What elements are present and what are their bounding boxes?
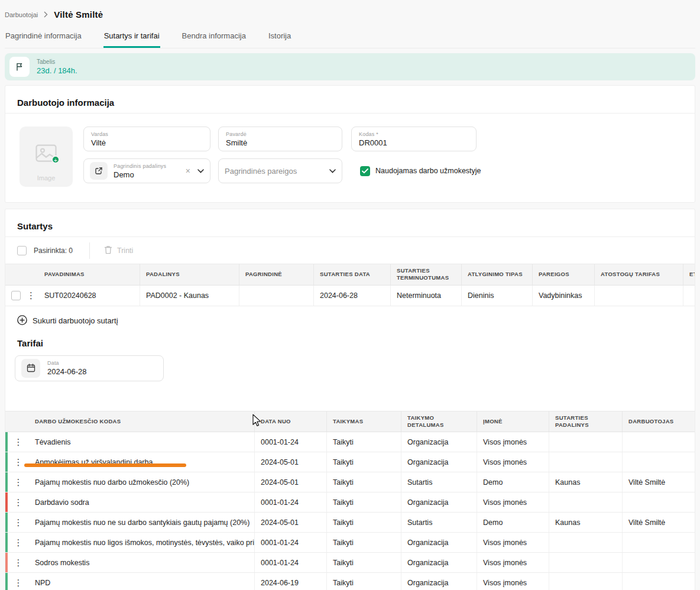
delete-button[interactable]: Trinti [104, 245, 133, 256]
tariff-cell: Taikyti [327, 513, 401, 532]
tariffs-table: DARBO UŽMOKESČIO KODASDATA NUOTAIKYMASTA… [5, 411, 695, 590]
tariff-cell: NPD [29, 573, 255, 590]
create-contract-label: Sukurti darbuotojo sutartį [33, 316, 118, 325]
tariff-row[interactable]: ⋮Pajamų mokestis nuo darbo užmokesčio (2… [5, 472, 695, 492]
tariff-row[interactable]: ⋮NPD2024-06-19TaikytiOrganizacijaVisos į… [5, 573, 695, 590]
clear-icon[interactable]: × [184, 166, 192, 176]
row-menu-icon[interactable]: ⋮ [24, 290, 38, 301]
employee-photo-upload[interactable]: + Image [20, 127, 73, 187]
payroll-checkbox[interactable] [360, 166, 370, 176]
tariff-row-menu: ⋮ [8, 533, 29, 552]
tab-2[interactable]: Sutartys ir tarifai [103, 25, 160, 48]
select-all-checkbox[interactable] [17, 246, 27, 255]
employee-fields-row-1: Vardas Viltė Pavardė Smiltė Kodas * DR00… [83, 127, 481, 151]
employee-fields-row-2: Pagrindinis padalinys Demo × Pagrindinės… [83, 158, 481, 183]
chevron-right-icon [44, 11, 48, 18]
tariff-cell: Organizacija [401, 452, 477, 472]
tariff-row[interactable]: ⋮Apmokėjimas už viršvalandinį darbą2024-… [5, 452, 695, 472]
external-link-icon[interactable] [90, 162, 108, 180]
tariff-row[interactable]: ⋮Pajamų mokestis nuo ne su darbo santyki… [5, 513, 695, 533]
contracts-header-select [5, 264, 38, 285]
tabelis-flag-icon [9, 57, 30, 77]
tariff-row[interactable]: ⋮Tėvadienis0001-01-24TaikytiOrganizacija… [5, 432, 695, 452]
employee-section-title: Darbuotojo informacija [5, 86, 695, 113]
tariff-row[interactable]: ⋮Darbdavio sodra0001-01-24TaikytiOrganiz… [5, 492, 695, 513]
tariff-cell: Sutartis [401, 513, 477, 532]
first-name-field[interactable]: Vardas Viltė [83, 127, 210, 151]
row-menu-icon[interactable]: ⋮ [12, 456, 25, 468]
tariff-date-label: Data [47, 360, 157, 366]
last-name-label: Pavardė [226, 131, 335, 137]
chevron-down-icon[interactable] [329, 169, 336, 173]
contracts-header-col: SUTARTIES DATA [314, 264, 391, 285]
calendar-icon[interactable] [21, 359, 40, 378]
contract-row[interactable]: ⋮SUT020240628PAD0002 - Kaunas2024-06-28N… [5, 286, 695, 306]
tabelis-banner[interactable]: Tabelis 23d. / 184h. [5, 53, 695, 80]
row-menu-icon[interactable]: ⋮ [12, 436, 25, 448]
tariff-cell: Taikyti [327, 533, 401, 552]
main-department-value: Demo [114, 170, 179, 179]
tariff-cell [549, 533, 623, 552]
image-placeholder-label: Image [20, 174, 73, 181]
tariff-cell: Taikyti [327, 492, 401, 512]
row-checkbox[interactable] [11, 291, 21, 300]
tariff-cell: Taikyti [327, 573, 401, 590]
last-name-value: Smiltė [226, 138, 335, 147]
tariff-row-menu: ⋮ [8, 553, 29, 572]
tariffs-header-col: DARBUOTOJAS [623, 411, 695, 432]
contracts-header-col: PADALINYS [140, 264, 239, 285]
tariff-cell: Visos įmonės [477, 573, 549, 590]
selected-count-label: Pasirinkta: 0 [34, 247, 73, 255]
tariff-row[interactable]: ⋮Pajamų mokestis nuo ligos išmokos, moti… [5, 533, 695, 553]
row-menu-icon[interactable]: ⋮ [12, 517, 25, 528]
contracts-card: Sutartys Pasirinkta: 0 Trinti PAVADINIMA… [5, 209, 695, 590]
row-menu-icon[interactable]: ⋮ [12, 557, 25, 568]
row-menu-icon[interactable]: ⋮ [12, 497, 25, 508]
tariffs-header-row: DARBO UŽMOKESČIO KODASDATA NUOTAIKYMASTA… [5, 411, 695, 433]
tariff-cell [623, 452, 695, 472]
chevron-down-icon[interactable] [197, 169, 204, 173]
tariff-cell: Organizacija [401, 432, 477, 452]
tariff-cell: 2024-06-19 [255, 573, 327, 590]
main-department-text: Pagrindinis padalinys Demo [114, 163, 179, 179]
contract-cell: Neterminuota [391, 286, 462, 306]
tariff-cell [623, 553, 695, 572]
trash-icon [104, 245, 112, 256]
breadcrumb-parent-link[interactable]: Darbuotojai [5, 11, 38, 18]
tabelis-text: Tabelis 23d. / 184h. [37, 59, 77, 75]
contracts-body: ⋮SUT020240628PAD0002 - Kaunas2024-06-28N… [5, 286, 695, 306]
divider [89, 242, 90, 259]
tariff-cell: Viltė Smiltė [623, 472, 695, 492]
tariff-row-menu: ⋮ [8, 492, 29, 512]
tariff-cell: Pajamų mokestis nuo darbo užmokesčio (20… [29, 472, 255, 492]
row-menu-icon[interactable]: ⋮ [12, 577, 25, 588]
contracts-header-col: PAGRINDINĖ [239, 264, 314, 285]
main-position-select[interactable]: Pagrindinės pareigos [218, 158, 342, 183]
create-contract-button[interactable]: Sukurti darbuotojo sutartį [5, 306, 130, 332]
tariffs-header-col: ĮMONĖ [477, 411, 549, 432]
row-menu-icon[interactable]: ⋮ [12, 537, 25, 548]
contracts-table: PAVADINIMASPADALINYSPAGRINDINĖSUTARTIES … [5, 264, 695, 306]
tab-3[interactable]: Bendra informacija [182, 25, 247, 48]
employee-content: + Image Vardas Viltė Pavardė Smiltė Koda… [5, 114, 695, 202]
contract-cell: Dieninis [462, 286, 533, 306]
row-menu-icon[interactable]: ⋮ [12, 476, 25, 488]
tariff-date-text: Data 2024-06-28 [47, 360, 157, 376]
last-name-field[interactable]: Pavardė Smiltė [218, 127, 342, 151]
payroll-checkbox-label: Naudojamas darbo užmokestyje [375, 167, 481, 175]
tariff-date-field[interactable]: Data 2024-06-28 [15, 355, 164, 381]
tab-1[interactable]: Pagrindinė informacija [5, 25, 82, 48]
tariffs-header-col: TAIKYMAS [327, 411, 401, 432]
main-department-field[interactable]: Pagrindinis padalinys Demo × [83, 158, 210, 183]
contracts-header-col: ATOSTOGŲ TARIFAS [595, 264, 683, 285]
tariff-row-menu: ⋮ [8, 472, 29, 492]
tab-4[interactable]: Istorija [268, 25, 291, 48]
contract-cell [239, 286, 314, 306]
first-name-value: Viltė [91, 138, 203, 147]
breadcrumb: Darbuotojai Viltė Smiltė [5, 9, 695, 20]
tariffs-header-col: DATA NUO [255, 411, 327, 432]
tariff-cell: Viltė Smiltė [623, 513, 695, 532]
tariff-cell: Visos įmonės [477, 432, 549, 452]
employee-code-field[interactable]: Kodas * DR0001 [351, 127, 477, 151]
tariff-row[interactable]: ⋮Sodros mokestis0001-01-24TaikytiOrganiz… [5, 553, 695, 573]
